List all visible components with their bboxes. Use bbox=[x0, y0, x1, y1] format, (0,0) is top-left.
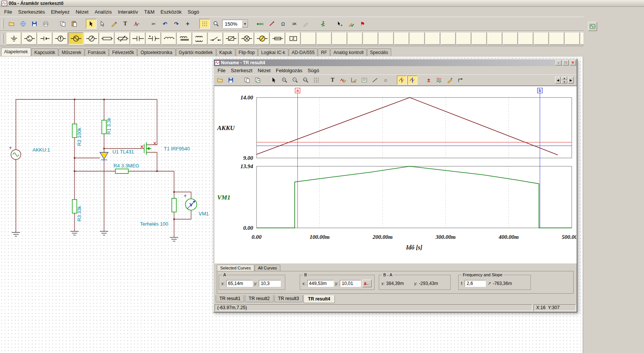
label-u1[interactable]: U1 TL431 bbox=[112, 149, 134, 155]
component-slot-empty[interactable] bbox=[565, 33, 580, 45]
category-tab[interactable]: Félvezetők bbox=[109, 48, 137, 56]
pointer-tool-button[interactable] bbox=[269, 76, 279, 85]
zoom-out-button[interactable] bbox=[290, 76, 300, 85]
component-slot-empty[interactable] bbox=[394, 33, 409, 45]
curve-tab[interactable]: All Curves bbox=[255, 265, 280, 271]
tl431-symbol[interactable] bbox=[100, 152, 108, 160]
category-tab[interactable]: Speciális bbox=[367, 48, 391, 56]
component-capacitor-button[interactable] bbox=[131, 33, 145, 45]
component-coupled-inductors-button[interactable] bbox=[193, 33, 207, 45]
category-tab[interactable]: Kapcsolók bbox=[31, 48, 58, 56]
toolbar-grip[interactable] bbox=[2, 19, 3, 29]
component-slot-empty[interactable] bbox=[549, 33, 564, 45]
wire-tool-button[interactable] bbox=[109, 19, 119, 29]
component-slot-empty[interactable] bbox=[425, 33, 440, 45]
restore-button[interactable]: □ bbox=[563, 60, 569, 65]
component-led-button[interactable] bbox=[255, 33, 269, 45]
component-slot-empty[interactable] bbox=[379, 33, 394, 45]
component-slot-empty[interactable] bbox=[456, 33, 471, 45]
menu-item[interactable]: Eszközök bbox=[157, 8, 185, 16]
save-button[interactable] bbox=[29, 19, 40, 29]
component-current-source-button[interactable] bbox=[53, 33, 68, 45]
cursor-a-button[interactable] bbox=[397, 76, 407, 85]
cursor-b-y-field[interactable]: 10,01 bbox=[340, 280, 361, 287]
category-tab[interactable]: Gyártói modellek bbox=[176, 48, 216, 56]
curve-tab[interactable]: Selected Curves bbox=[217, 265, 254, 271]
component-potentiometer-button[interactable] bbox=[115, 33, 130, 45]
all-curves-button[interactable] bbox=[434, 76, 444, 85]
label-r2[interactable]: R2 100k bbox=[76, 127, 82, 146]
line-tool-button[interactable] bbox=[370, 76, 380, 85]
menu-item[interactable]: Nézet bbox=[73, 8, 92, 16]
category-tab[interactable]: Alapelemek bbox=[1, 48, 31, 56]
mosfet-symbol[interactable] bbox=[144, 142, 151, 155]
result-title-bar[interactable]: Noname - TR result4 - □ × bbox=[214, 59, 577, 66]
edit-curve-button[interactable] bbox=[338, 76, 348, 85]
component-relay-button[interactable] bbox=[224, 33, 238, 45]
cursor-a-x-field[interactable]: 65,14m bbox=[226, 280, 253, 287]
web-button[interactable] bbox=[18, 19, 28, 29]
component-slot-empty[interactable] bbox=[487, 33, 502, 45]
multimeter-button[interactable]: Ω bbox=[278, 19, 288, 29]
category-tab[interactable]: AD-DA/555 bbox=[289, 48, 318, 56]
menu-item[interactable]: T&M bbox=[141, 8, 157, 16]
component-slot-empty[interactable] bbox=[472, 33, 487, 45]
waveform-tool-button[interactable] bbox=[131, 19, 142, 29]
cursor-a-y-field[interactable]: 10,3 bbox=[259, 280, 281, 287]
menu-item[interactable]: Interaktív bbox=[115, 8, 141, 16]
label-t1[interactable]: T1 IRF9540 bbox=[164, 146, 190, 152]
stop-flag-button[interactable]: ⚑ bbox=[357, 19, 368, 29]
tr-result-window[interactable]: Noname - TR result4 - □ × FileSzerkesztN… bbox=[213, 59, 577, 313]
menu-item[interactable]: Súgó bbox=[305, 67, 322, 74]
category-tab[interactable]: Optoelektronika bbox=[137, 48, 175, 56]
component-impedance-button[interactable]: Z bbox=[286, 33, 300, 45]
annotate-button[interactable] bbox=[445, 76, 455, 85]
component-transformer-button[interactable] bbox=[177, 33, 192, 45]
jump-to-a-button[interactable]: a← bbox=[362, 280, 372, 287]
cursor-b-button[interactable] bbox=[408, 76, 417, 85]
undo-button[interactable]: ↶ bbox=[160, 19, 170, 29]
component-slot-empty[interactable] bbox=[518, 33, 533, 45]
label-vm1[interactable]: VM1 bbox=[199, 211, 209, 217]
grid-toggle-button[interactable] bbox=[311, 76, 321, 85]
zoom-select[interactable]: 150%▾ bbox=[222, 20, 249, 28]
voltmeter-symbol[interactable]: V bbox=[184, 195, 197, 211]
open-button[interactable] bbox=[215, 76, 225, 85]
signal-meter-button[interactable]: 1K bbox=[289, 19, 300, 29]
menu-item[interactable]: File bbox=[215, 67, 228, 74]
ground-symbols[interactable] bbox=[12, 231, 178, 241]
category-tab[interactable]: Logikai IC-k bbox=[258, 48, 288, 56]
menu-item[interactable]: File bbox=[1, 8, 15, 16]
accept-edit-button[interactable] bbox=[346, 19, 356, 29]
spin-up-button[interactable]: ▲ bbox=[562, 77, 567, 80]
text-tool-button[interactable]: T bbox=[120, 19, 131, 29]
result-tab[interactable]: TR result3 bbox=[274, 295, 303, 302]
redo-button[interactable]: ↷ bbox=[171, 19, 182, 29]
result-tab[interactable]: TR result2 bbox=[245, 295, 273, 302]
result-tab[interactable]: TR result1 bbox=[216, 295, 244, 302]
nav-left-button[interactable]: ◀ bbox=[555, 77, 561, 84]
label-r1[interactable]: R1 3.3k bbox=[106, 118, 112, 135]
category-tab[interactable]: Flip-flop bbox=[236, 48, 258, 56]
component-battery-button[interactable] bbox=[37, 33, 52, 45]
category-tab[interactable]: Kapuk bbox=[216, 48, 235, 56]
menu-item[interactable]: Feldolgozás bbox=[273, 67, 305, 74]
component-slot-empty[interactable] bbox=[332, 33, 347, 45]
open-button[interactable] bbox=[6, 19, 17, 29]
cursor-b-x-field[interactable]: 449,53m bbox=[307, 280, 334, 287]
close-button[interactable]: × bbox=[570, 60, 576, 65]
copy-button[interactable] bbox=[58, 19, 68, 29]
category-tab[interactable]: Analóg kontroll bbox=[330, 48, 366, 56]
label-source[interactable]: AKKU:1 bbox=[33, 147, 50, 153]
component-slot-empty[interactable] bbox=[441, 33, 456, 45]
component-lamp-button[interactable] bbox=[239, 33, 254, 45]
zoom-button[interactable] bbox=[211, 19, 221, 29]
zoom-100-button[interactable]: 100 bbox=[301, 76, 311, 85]
zoom-in-button[interactable] bbox=[280, 76, 289, 85]
category-tab[interactable]: Források bbox=[85, 48, 109, 56]
menu-item[interactable]: Szerkeszt bbox=[228, 67, 255, 74]
nav-right-button[interactable]: ▶ bbox=[568, 77, 574, 84]
component-voltage-source-button[interactable] bbox=[22, 33, 37, 45]
frequency-field[interactable]: 2,6 bbox=[465, 280, 486, 287]
component-inductor-button[interactable] bbox=[162, 33, 176, 45]
